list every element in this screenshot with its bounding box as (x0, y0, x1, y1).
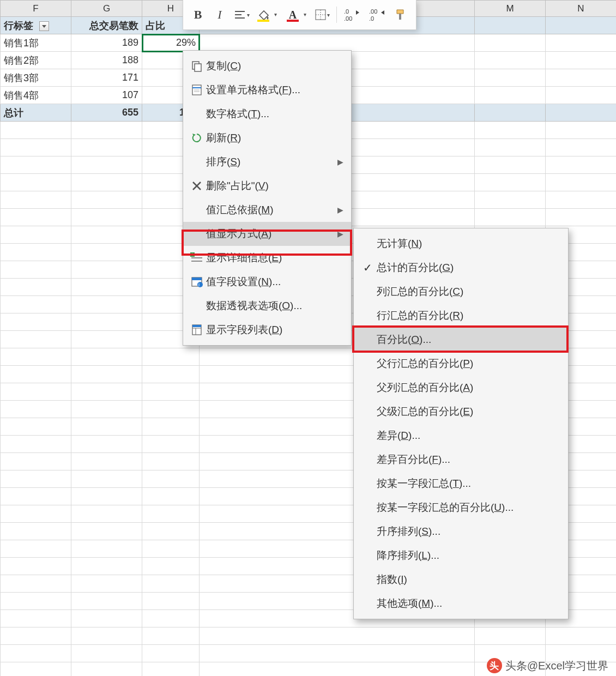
menu-item[interactable]: 设置单元格格式(F)... (183, 78, 351, 102)
submenu-item[interactable]: 降序排列(L)... (354, 544, 568, 568)
submenu-item[interactable]: 父行汇总的百分比(P) (354, 352, 568, 376)
col-header-n[interactable]: N (546, 1, 617, 17)
menu-item-label: 显示详细信息(E) (206, 251, 343, 265)
submenu-item-label: 指数(I) (377, 572, 560, 587)
svg-rect-12 (195, 64, 201, 71)
bold-button[interactable]: B (189, 5, 207, 24)
decrease-decimal-icon: .00.0 (369, 8, 386, 21)
submenu-item[interactable]: 父列汇总的百分比(A) (354, 376, 568, 400)
svg-text:.0: .0 (344, 8, 349, 15)
svg-text:.0: .0 (369, 15, 374, 21)
submenu-item[interactable]: ✓总计的百分比(G) (354, 256, 568, 280)
menu-item[interactable]: i值字段设置(N)... (183, 270, 351, 294)
refresh-icon (188, 132, 206, 144)
pivot-row-count[interactable]: 188 (71, 52, 142, 69)
menu-item[interactable]: 值汇总依据(M)▶ (183, 198, 351, 222)
pivot-total-count[interactable]: 655 (71, 104, 142, 122)
pivot-row-label[interactable]: 销售4部 (1, 87, 71, 104)
align-button[interactable]: ▾ (232, 5, 251, 24)
pivot-count-header[interactable]: 总交易笔数 (71, 17, 142, 34)
submenu-item[interactable]: 按某一字段汇总(T)... (354, 472, 568, 496)
submenu-item-label: 降序排列(L)... (377, 548, 560, 563)
watermark: 头 头条@Excel学习世界 (487, 658, 608, 673)
align-icon (234, 10, 246, 20)
submenu-item[interactable]: 差异百分比(F)... (354, 448, 568, 472)
submenu-item[interactable]: 百分比(O)... (354, 328, 568, 352)
svg-text:.00: .00 (369, 8, 377, 15)
watermark-logo-icon: 头 (487, 658, 502, 673)
submenu-item[interactable]: 其他选项(M)... (354, 592, 568, 615)
italic-button[interactable]: I (210, 5, 229, 24)
pivot-row-header[interactable]: 行标签 (1, 17, 71, 34)
svg-text:.00: .00 (344, 15, 352, 21)
pivot-row-label[interactable]: 销售1部 (1, 34, 71, 52)
chevron-right-icon: ▶ (337, 158, 343, 166)
submenu-item[interactable]: 按某一字段汇总的百分比(U)... (354, 496, 568, 520)
submenu-item-label: 无计算(N) (377, 237, 560, 251)
menu-item[interactable]: 刷新(R) (183, 126, 351, 150)
submenu-item-label: 行汇总的百分比(R) (377, 309, 560, 323)
selected-cell[interactable]: 29% (142, 34, 200, 52)
field-list-icon (188, 324, 206, 336)
menu-item[interactable]: 复制(C) (183, 54, 351, 78)
chevron-right-icon: ▶ (337, 230, 343, 238)
remove-icon (188, 180, 206, 192)
copy-icon (188, 60, 206, 72)
svg-text:+: + (191, 252, 194, 257)
menu-item[interactable]: 值显示方式(A)▶ (183, 222, 351, 246)
submenu-item-label: 升序排列(S)... (377, 524, 560, 539)
menu-item-label: 显示字段列表(D) (206, 323, 343, 337)
submenu-item[interactable]: 父级汇总的百分比(E) (354, 400, 568, 424)
menu-item[interactable]: 数据透视表选项(O)... (183, 294, 351, 318)
decrease-decimal-button[interactable]: .00.0 (367, 5, 389, 24)
svg-rect-25 (192, 277, 202, 280)
submenu-item-label: 百分比(O)... (377, 333, 560, 347)
menu-item-label: 删除"占比"(V) (206, 179, 343, 193)
pivot-row-count[interactable]: 107 (71, 87, 142, 104)
col-header-f[interactable]: F (1, 1, 71, 17)
submenu-item-label: 差异百分比(F)... (377, 452, 560, 467)
increase-decimal-icon: .0.00 (344, 8, 361, 21)
submenu-item[interactable]: 行汇总的百分比(R) (354, 304, 568, 328)
submenu-values-show-as: 无计算(N)✓总计的百分比(G)列汇总的百分比(C)行汇总的百分比(R)百分比(… (353, 228, 569, 619)
submenu-item[interactable]: 无计算(N) (354, 232, 568, 256)
increase-decimal-button[interactable]: .0.00 (342, 5, 364, 24)
dropdown-icon[interactable] (39, 21, 49, 31)
svg-rect-10 (399, 14, 401, 20)
menu-item-label: 设置单元格格式(F)... (206, 83, 343, 97)
pivot-row-label[interactable]: 销售3部 (1, 69, 71, 87)
submenu-item-label: 父行汇总的百分比(P) (377, 357, 560, 371)
paint-bucket-icon (257, 9, 269, 21)
menu-item-label: 数据透视表选项(O)... (206, 299, 343, 313)
menu-item[interactable]: 显示字段列表(D) (183, 318, 351, 342)
field-settings-icon: i (188, 276, 206, 288)
menu-item[interactable]: 数字格式(T)... (183, 102, 351, 126)
svg-text:i: i (198, 282, 200, 287)
pivot-total-label[interactable]: 总计 (1, 104, 71, 122)
menu-item[interactable]: 排序(S)▶ (183, 150, 351, 174)
submenu-item[interactable]: 升序排列(S)... (354, 520, 568, 544)
menu-item-label: 复制(C) (206, 59, 343, 73)
font-color-button[interactable]: A▾ (283, 5, 302, 24)
submenu-item[interactable]: 列汇总的百分比(C) (354, 280, 568, 304)
pivot-row-count[interactable]: 171 (71, 69, 142, 87)
menu-item-label: 值显示方式(A) (206, 227, 332, 241)
menu-item[interactable]: +显示详细信息(E) (183, 246, 351, 270)
submenu-item-label: 列汇总的百分比(C) (377, 285, 560, 299)
check-icon: ✓ (358, 261, 377, 274)
col-header-m[interactable]: M (475, 1, 546, 17)
submenu-item[interactable]: 指数(I) (354, 568, 568, 592)
chevron-right-icon: ▶ (337, 206, 343, 214)
submenu-item-label: 按某一字段汇总(T)... (377, 476, 560, 491)
menu-item[interactable]: 删除"占比"(V) (183, 174, 351, 198)
fill-color-button[interactable]: ▾ (254, 5, 273, 24)
borders-button[interactable]: ▾ (313, 5, 331, 24)
pivot-row-label[interactable]: 销售2部 (1, 52, 71, 69)
format-painter-button[interactable] (392, 5, 410, 24)
pivot-row-count[interactable]: 189 (71, 34, 142, 52)
submenu-item-label: 父列汇总的百分比(A) (377, 381, 560, 395)
borders-icon (315, 9, 326, 20)
submenu-item[interactable]: 差异(D)... (354, 424, 568, 448)
col-header-g[interactable]: G (71, 1, 142, 17)
context-menu: 复制(C)设置单元格格式(F)...数字格式(T)...刷新(R)排序(S)▶删… (183, 50, 352, 346)
